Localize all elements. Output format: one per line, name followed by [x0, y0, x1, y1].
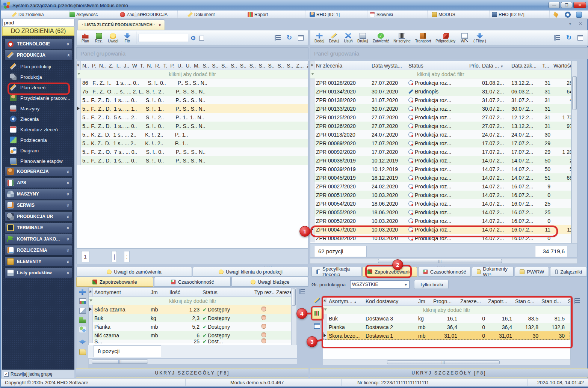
table-row[interactable]: ZPR 00055/202018.06.2020Produkcja roz...…: [310, 208, 571, 217]
demand-grid-horizontal-scrollbar[interactable]: |||: [88, 359, 297, 364]
orders-grid-filter-row[interactable]: kliknij aby dodać filtr: [310, 70, 571, 78]
table-row[interactable]: S...25✔Dost...: [89, 340, 297, 343]
sidebar-group-listy-produkt-w[interactable]: Listy produktów»: [5, 268, 72, 278]
tab-zapotrzebowanie[interactable]: Zapotrzebowanie: [363, 267, 417, 277]
tab-dokumenty-wp-[interactable]: Dokumenty WP-: [472, 267, 514, 277]
vertical-splitter[interactable]: [308, 30, 310, 377]
table-row[interactable]: 75 F.. Z.. O. ... s.. ... 2. L.. S. !.. …: [77, 87, 308, 96]
sidebar-group-produkcja[interactable]: PRODUKCJA»: [5, 50, 72, 60]
demand-grid-header[interactable]: ✳AsortymentJmIlośćStatusTyp rez...Zareze…: [89, 288, 297, 297]
table-row[interactable]: ZPR 00054/202018.06.2020Produkcja roz...…: [310, 199, 571, 208]
left-grid-filter-row[interactable]: kliknij aby dodać filtr: [77, 70, 308, 78]
layers-green-icon[interactable]: [79, 317, 86, 323]
refresh-icon[interactable]: ↻: [566, 35, 571, 41]
toolbar-button-usuń[interactable]: Usuń: [342, 33, 355, 44]
hide-details-button-left[interactable]: UKRYJ SZCZEGÓŁY [F8]: [76, 368, 308, 377]
table-row[interactable]: ZPR 00039/201910.12.2019Produkcja roz...…: [310, 165, 571, 173]
right-grouping-panel[interactable]: Panel grupowania: [310, 47, 588, 59]
tab-close-icon[interactable]: x: [159, 23, 161, 27]
sidebar-item-planowanie-etapów[interactable]: Planowanie etapów: [5, 156, 72, 166]
column-header-7[interactable]: Stan c...: [514, 298, 540, 304]
add-plus-icon[interactable]: [79, 289, 86, 295]
table-row[interactable]: 86 F.. Z.. !.. 1 s.. ... 0.. S. !.. 0.. …: [77, 78, 308, 87]
table-row[interactable]: ZPR 00045/201918.12.2019Produkcja roz...…: [310, 173, 571, 182]
maximize-button[interactable]: ❐: [561, 2, 572, 8]
orders-grid-horizontal-scrollbar[interactable]: |||: [310, 258, 577, 264]
orders-grid-vertical-scrollbar[interactable]: [571, 61, 577, 243]
toolbar-button-plan[interactable]: Plan: [79, 33, 92, 44]
sidebar-item-produkcja[interactable]: Produkcja: [5, 72, 72, 82]
menu-item-s-owniki[interactable]: Słowniki: [367, 11, 428, 18]
paint-icon[interactable]: [553, 12, 559, 18]
table-row[interactable]: 5... K. Z.. D. 1 s.. ... 2.. K. !.. 2.. …: [77, 130, 308, 139]
toolbar-button-zatwierdź[interactable]: ✓Zatwierdź: [371, 33, 391, 44]
supplier-grid-header[interactable]: ✳Asortym...▲Kod dostawcyJmProgn...Zareze…: [323, 297, 570, 306]
table-row[interactable]: ZPR 00126/202027.07.2020Produkcja roz...…: [310, 122, 571, 130]
feedback-icon[interactable]: [576, 12, 582, 18]
tab-uwagi-klienta-do-produkcji[interactable]: Uwagi klienta do produkcji: [193, 267, 308, 277]
tab-czasochłonność[interactable]: Czasochłonność: [418, 267, 471, 277]
swap-icon[interactable]: [79, 326, 86, 332]
column-header-5[interactable]: Data ...▼: [481, 63, 510, 69]
sidebar-group-rozliczenia[interactable]: ROZLICZENIA»: [5, 245, 72, 256]
menu-item-do-zrobienia[interactable]: Do zrobienia: [9, 11, 70, 18]
menu-item-dokument[interactable]: Dokument: [185, 11, 245, 18]
expand-one-group-checkbox[interactable]: ✓: [4, 372, 9, 377]
edit-pencil-icon[interactable]: [314, 297, 320, 303]
table-row[interactable]: ZPR 00051/202010.03.2020Produkcja roz...…: [310, 191, 571, 199]
tab-uwagi-bieżące[interactable]: Uwagi bieżące: [231, 277, 308, 287]
toolbar-button-edytuj[interactable]: Edytuj: [327, 33, 341, 44]
table-row[interactable]: ZPR 00133/202030.07.2020Produkcja roz...…: [310, 104, 571, 113]
sidebar-group-kontrola-jako-[interactable]: KONTROLA JAKO...»: [5, 234, 72, 244]
column-header-3[interactable]: Jm: [417, 298, 432, 304]
table-row[interactable]: ZPR 00089/202017.07.2020Produkcja roz...…: [310, 139, 571, 147]
tab-pw-rw[interactable]: PW/RW: [515, 267, 549, 277]
sidebar-group-produkcja-ur[interactable]: PRODUKCJA UR»: [5, 211, 72, 222]
column-header-4[interactable]: Progn...: [432, 298, 459, 304]
toolbar-button-drukuj[interactable]: Drukuj: [355, 33, 370, 44]
tab-załączniki[interactable]: Załączniki: [550, 267, 587, 277]
toolbar-button-półprodukty[interactable]: Półprodukty: [434, 33, 457, 44]
folder-add-icon[interactable]: [79, 349, 86, 355]
supplier-grid-filter-row[interactable]: kliknij aby dodać filtr: [323, 306, 570, 314]
column-chooser-icon-right[interactable]: [574, 298, 580, 304]
tab-specyfikacja-zlecenia[interactable]: Specyfikacja zlecenia: [311, 267, 361, 277]
toolbar-button-rez-[interactable]: Rez.: [92, 33, 105, 44]
sidebar-group-technologie[interactable]: TECHNOLOGIE»: [5, 39, 72, 49]
sidebar-item-diagram[interactable]: Diagram: [5, 145, 72, 156]
toolbar-button--filtry-[interactable]: ( Filtry ): [472, 33, 488, 44]
layout-select-icon[interactable]: [298, 35, 304, 41]
column-header-3[interactable]: Ilość: [168, 289, 201, 295]
column-header-2[interactable]: Kod dostawcy: [364, 298, 417, 304]
column-chooser-icon[interactable]: [299, 289, 305, 294]
supplier-grid-horizontal-scrollbar[interactable]: |||: [323, 359, 571, 365]
todo-header[interactable]: DO ZROBIENIA (62): [2, 27, 74, 36]
expand-one-group-row[interactable]: ✓ Rozwijaj jedną grupę: [2, 370, 74, 378]
column-header-4[interactable]: Prio...: [468, 63, 481, 69]
table-row[interactable]: 5... K. Z.. D. 1 s.. ... 2.. K. !.. 2.. …: [77, 139, 308, 147]
table-row[interactable]: ZPR 00052/202010.03.2020Produkcja roz...…: [310, 217, 571, 225]
toolbar-button-dodaj[interactable]: Dodaj: [313, 33, 326, 44]
tabstrip-dropdown-close-icons[interactable]: ▾ ✕: [569, 21, 585, 26]
column-chooser-star[interactable]: ✳: [310, 61, 314, 70]
column-header-5[interactable]: Typ rez...: [253, 289, 275, 295]
table-row[interactable]: 5... F.. Z.. D. 1 s.. ... 0.. S. !.. 0..…: [77, 122, 308, 130]
orders-grid-header[interactable]: ✳Nr zleceniaData wysta...StatusPrio...Da…: [310, 61, 571, 70]
layout-select-icon[interactable]: [577, 35, 583, 41]
menu-item-modus[interactable]: MODUS: [429, 11, 490, 18]
table-row[interactable]: ZPR 00092/202017.07.2020Produkcja roz...…: [310, 147, 571, 156]
column-header-1[interactable]: Nr zlecenia: [314, 63, 370, 69]
column-header-8[interactable]: Wartość...: [552, 63, 571, 69]
table-row[interactable]: ZPR 00047/202010.03.2020Produkcja roz...…: [310, 225, 571, 234]
layers-blue-icon[interactable]: [79, 340, 86, 346]
table-row[interactable]: 5... F.. Z.. D. 1 s.. ... 0.. S. !.. 0..…: [77, 156, 308, 165]
select-region-icon[interactable]: [314, 323, 320, 329]
production-group-select[interactable]: WSZYSTKIE ▼: [350, 280, 410, 289]
grid-icon[interactable]: [79, 298, 86, 304]
demand-grid-filter-row[interactable]: kliknij aby dodać filtr: [89, 297, 297, 305]
table-row[interactable]: 5... F.. Z.. D. 1 s.. ... 1.. S. !.. 1..…: [77, 104, 308, 113]
sidebar-item-maszyny[interactable]: Maszyny: [5, 103, 72, 114]
column-header-6[interactable]: Data zak...: [510, 63, 541, 69]
menu-item-rho-id-97-[interactable]: RHO [ID: 97]: [490, 11, 550, 18]
column-header-3[interactable]: Status: [407, 63, 468, 69]
